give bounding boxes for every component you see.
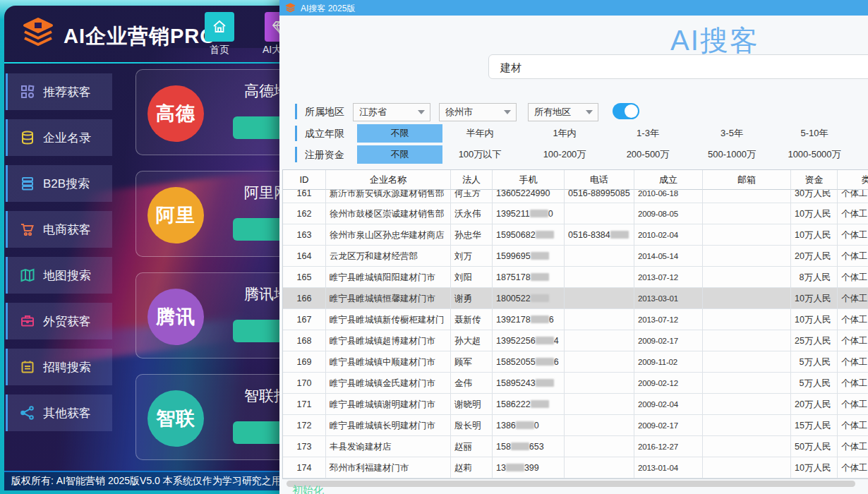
- cell-cap: 8万人民: [791, 267, 838, 288]
- province-value: 江苏省: [359, 107, 387, 117]
- cell-email: [703, 203, 791, 224]
- cell-tel: 0516-88995085: [565, 190, 634, 203]
- district-value: 所有地区: [534, 107, 571, 117]
- cell-cap: 20万人民: [791, 246, 838, 267]
- cell-id: 170: [283, 373, 326, 394]
- cell-legal: 聂新传: [451, 309, 493, 330]
- horizontal-scrollbar[interactable]: [287, 481, 855, 487]
- sidebar-item-foreign-trade[interactable]: 外贸获客: [6, 303, 112, 339]
- cell-date: 2009-02-12: [634, 373, 703, 394]
- cell-id: 171: [283, 394, 326, 415]
- cell-cap: 10万人民: [791, 457, 838, 478]
- cell-date: 2009-02-17: [634, 415, 703, 436]
- cell-tel: [565, 267, 634, 288]
- cell-type: 个体工: [838, 246, 868, 267]
- cell-name: 邳州市利福建材门市: [326, 457, 451, 478]
- table-row[interactable]: 168睢宁县睢城镇超博建材门市孙大超1395225642009-02-1725万…: [283, 330, 868, 351]
- column-header: 成立: [634, 170, 703, 190]
- cell-tel: [565, 246, 634, 267]
- cell-phone: 1599695: [493, 246, 565, 267]
- cell-id: 164: [283, 246, 326, 267]
- popup-titlebar[interactable]: AI搜客 2025版: [279, 0, 868, 16]
- cell-name: 睢宁县睢城镇谢明建材门市: [326, 394, 451, 415]
- cell-date: 2009-11-02: [634, 351, 703, 373]
- cell-cap: 15万人民: [791, 415, 838, 436]
- capital-option[interactable]: 200-500万: [609, 145, 687, 164]
- capital-option[interactable]: 500-1000万: [693, 145, 771, 164]
- capital-option[interactable]: 1000-5000万: [776, 145, 853, 164]
- table-row[interactable]: 174邳州市利福建材门市赵莉133992013-01-0410万人民个体工: [283, 457, 868, 478]
- table-row[interactable]: 161新沂市新安镇永源建材销售部何玉方136052249900516-88995…: [283, 190, 868, 203]
- table-row[interactable]: 171睢宁县睢城镇谢明建材门市谢晓明15862222009-02-0420万人民…: [283, 394, 868, 415]
- sidebar-item-directory[interactable]: 企业名录: [6, 119, 112, 156]
- sidebar-item-recruit[interactable]: 招聘搜索: [6, 349, 112, 385]
- cell-cap: 5万人民: [791, 351, 838, 373]
- cell-type: 个体工: [838, 330, 868, 351]
- column-header: 企业名称: [326, 170, 451, 190]
- sidebar-item-other[interactable]: 其他获客: [6, 394, 112, 431]
- privacy-mask: [536, 337, 554, 344]
- table-row[interactable]: 163徐州市泉山区孙忠华建材商店孙忠华159506820516-83842010…: [283, 224, 868, 246]
- cell-id: 172: [283, 415, 326, 436]
- cell-phone: 158520556: [493, 351, 565, 373]
- cell-cap: 50万人民: [791, 436, 838, 457]
- cell-id: 166: [283, 288, 326, 309]
- years-option[interactable]: 半年内: [441, 124, 519, 143]
- cell-type: 个体工: [838, 351, 868, 373]
- clipboard-icon: [20, 359, 35, 375]
- cell-name: 睢宁县睢城镇恒馨建材门市: [326, 288, 451, 309]
- cell-type: 个体工: [838, 288, 868, 309]
- sidebar-item-b2b[interactable]: B2B搜索: [6, 165, 112, 202]
- column-header: 电话: [565, 170, 634, 190]
- nav-home-button[interactable]: [205, 12, 234, 42]
- table-row[interactable]: 162徐州市鼓楼区崇诚建材销售部沃永伟139521102009-08-0510万…: [283, 203, 868, 224]
- chevron-down-icon: [418, 110, 425, 114]
- cell-phone: 15895243: [493, 373, 565, 394]
- sidebar-item-map-search[interactable]: 地图搜索: [6, 257, 112, 294]
- cell-phone: 13921786: [493, 309, 565, 330]
- cell-tel: [565, 203, 634, 224]
- capital-option[interactable]: 100-200万: [526, 145, 603, 164]
- cell-tel: [565, 309, 634, 330]
- popup-layers-icon: [285, 3, 296, 13]
- cell-id: 174: [283, 457, 326, 478]
- years-option[interactable]: 1年内: [526, 124, 603, 143]
- table-row[interactable]: 165睢宁县睢城镇阳阳建材门市刘阳18751782013-07-128万人民个体…: [283, 267, 868, 288]
- filter-accent: [295, 104, 297, 119]
- screen: AI企业营销PRO 首页 AI大: [0, 0, 868, 494]
- cell-tel: [565, 351, 634, 373]
- years-option[interactable]: 3-5年: [693, 124, 771, 143]
- keyword-search-input[interactable]: 建材: [488, 54, 868, 79]
- years-option[interactable]: 不限: [357, 124, 442, 143]
- table-row[interactable]: 170睢宁县睢城镇金氏建材门市金伟158952432009-02-125万人民个…: [283, 373, 868, 394]
- capital-option[interactable]: 不限: [357, 145, 442, 164]
- sidebar-item-ecommerce[interactable]: 电商获客: [6, 211, 112, 248]
- cell-email: [703, 351, 791, 373]
- popup-title: AI搜客 2025版: [301, 3, 355, 15]
- privacy-mask: [531, 273, 549, 281]
- table-row[interactable]: 173丰县发谕建材店赵丽1586532016-12-2750万人民个体工: [283, 436, 868, 457]
- table-row[interactable]: 166睢宁县睢城镇恒馨建材门市谢勇18005222013-03-0110万人民个…: [283, 288, 868, 309]
- capital-option[interactable]: 100万以下: [441, 145, 519, 164]
- cell-cap: 10万人民: [791, 224, 838, 246]
- region-toggle-switch[interactable]: [613, 103, 639, 119]
- years-option[interactable]: 1-3年: [609, 124, 687, 143]
- ali-badge: 阿里: [147, 187, 204, 243]
- cell-name: 新沂市新安镇永源建材销售部: [326, 190, 451, 203]
- district-select[interactable]: 所有地区: [528, 103, 598, 121]
- city-select[interactable]: 徐州市: [439, 103, 517, 121]
- nav-home-label[interactable]: 首页: [210, 44, 229, 56]
- cell-name: 睢宁县睢城镇长明建材门市: [326, 415, 451, 436]
- cell-type: 个体工: [838, 224, 868, 246]
- province-select[interactable]: 江苏省: [353, 103, 430, 121]
- cell-legal: 赵莉: [451, 457, 493, 478]
- chevron-down-icon: [586, 110, 593, 114]
- cell-legal: 刘万: [451, 246, 493, 267]
- cell-date: 2014-05-14: [634, 246, 703, 267]
- table-row[interactable]: 164云龙区万和建材经营部刘万15996952014-05-1420万人民个体工: [283, 246, 868, 267]
- table-row[interactable]: 172睢宁县睢城镇长明建材门市殷长明138602009-02-1715万人民个体…: [283, 415, 868, 436]
- years-option[interactable]: 5-10年: [776, 124, 853, 143]
- table-row[interactable]: 169睢宁县睢城镇中顺建材门市顾军1585205562009-11-025万人民…: [283, 351, 868, 373]
- table-row[interactable]: 167睢宁县睢城镇新传橱柜建材门聂新传139217862013-07-1210万…: [283, 309, 868, 330]
- sidebar-item-recommend[interactable]: 推荐获客: [6, 73, 112, 110]
